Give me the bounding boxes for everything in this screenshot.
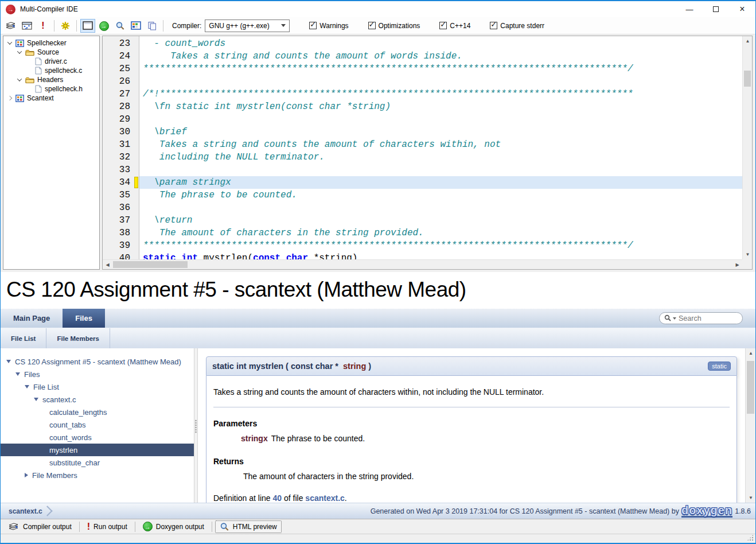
code-editor[interactable]: 23 - count_words24 Takes a string and co…: [102, 36, 753, 270]
search-filter-chevron-icon[interactable]: [673, 317, 676, 320]
tab-file-members[interactable]: File Members: [46, 328, 110, 348]
checkbox-optimizations[interactable]: ✓Optimizations: [368, 22, 420, 30]
definition-file-link[interactable]: scantext.c: [305, 494, 344, 503]
tree-collapse-icon[interactable]: [25, 385, 29, 388]
tree-collapse-icon[interactable]: [17, 49, 22, 53]
checkbox-warnings[interactable]: ✓Warnings: [309, 22, 348, 30]
preview-vertical-scrollbar[interactable]: ▲ ▼: [745, 348, 755, 503]
checkbox-icon[interactable]: ✓: [439, 22, 447, 29]
tree-item-spellchecker[interactable]: Spellchecker: [3, 38, 99, 48]
code-line[interactable]: 38 The amount of characters in the strin…: [103, 227, 742, 239]
definition-line-link[interactable]: 40: [273, 494, 282, 503]
preview-vscroll-thumb[interactable]: [747, 361, 754, 414]
output-tab-html-preview[interactable]: HTML preview: [215, 520, 282, 533]
maximize-button[interactable]: [703, 1, 729, 17]
code-line[interactable]: 35 The phrase to be counted.: [103, 189, 742, 201]
scroll-right-icon[interactable]: ▶: [732, 260, 742, 270]
resize-grip[interactable]: [747, 534, 754, 541]
navtree-item-label: count_words: [49, 433, 92, 442]
code-line[interactable]: 36: [103, 201, 742, 214]
exclamation-icon: !: [87, 522, 90, 532]
code-line[interactable]: 33: [103, 164, 742, 176]
tab-file-list[interactable]: File List: [1, 328, 46, 348]
gear-icon: [60, 21, 71, 30]
editor-hscroll-thumb[interactable]: [113, 261, 188, 268]
checkbox-c-14[interactable]: ✓C++14: [439, 22, 470, 30]
navtree-item-files[interactable]: Files: [1, 368, 194, 380]
navtree-item-count-words[interactable]: count_words: [1, 431, 194, 444]
tree-expand-icon[interactable]: [7, 96, 12, 100]
editor-vertical-scrollbar[interactable]: ▲ ▼: [742, 36, 752, 259]
tree-collapse-icon[interactable]: [34, 398, 38, 401]
tree-item-source[interactable]: Source: [3, 48, 99, 57]
scroll-up-icon[interactable]: ▲: [743, 36, 753, 46]
scroll-down-icon[interactable]: ▼: [743, 250, 753, 259]
code-line[interactable]: 27/*!***********************************…: [103, 88, 742, 100]
tree-item-scantext[interactable]: Scantext: [3, 94, 99, 103]
output-tab-compiler-output[interactable]: Compiler output: [3, 520, 76, 533]
tab-files[interactable]: Files: [63, 309, 105, 328]
close-button[interactable]: ×: [729, 1, 755, 17]
checkbox-capture-stderr[interactable]: ✓Capture stderr: [490, 22, 544, 30]
tree-collapse-icon[interactable]: [7, 40, 12, 44]
tree-item-spellcheck-c[interactable]: spellcheck.c: [3, 66, 99, 75]
tree-splitter[interactable]: [194, 348, 198, 503]
minimize-button[interactable]: —: [676, 1, 703, 17]
navtree-item-substitute-char[interactable]: substitute_char: [1, 456, 194, 469]
code-line[interactable]: 39**************************************…: [103, 239, 742, 252]
navtree-item-scantext-c[interactable]: scantext.c: [1, 393, 194, 406]
code-text: \brief: [139, 126, 742, 138]
search-button[interactable]: [112, 19, 127, 33]
preview-window-button[interactable]: [80, 19, 95, 33]
output-tab-run-output[interactable]: !Run output: [83, 520, 132, 534]
code-line[interactable]: 23 - count_words: [103, 37, 742, 50]
line-number: 33: [103, 164, 133, 176]
table-button[interactable]: [128, 19, 143, 33]
code-line[interactable]: 24 Takes a string and counts the amount …: [103, 50, 742, 63]
tree-item-headers[interactable]: Headers: [3, 75, 99, 84]
tab-main-page[interactable]: Main Page: [1, 309, 63, 328]
scroll-up-icon[interactable]: ▲: [746, 348, 755, 358]
navtree-item-mystrlen[interactable]: mystrlen: [1, 444, 194, 456]
navtree-item-cs-120-assignment-5-scantext-matthew-mea[interactable]: CS 120 Assignment #5 - scantext (Matthew…: [1, 355, 194, 368]
compiler-select[interactable]: GNU g++ (g++.exe): [205, 20, 290, 32]
tree-expand-icon[interactable]: [25, 473, 28, 477]
code-line[interactable]: 31 Takes a string and counts the amount …: [103, 138, 742, 151]
output-tab-doxygen-output[interactable]: →Doxygen output: [138, 520, 209, 533]
navpath-item[interactable]: scantext.c: [1, 503, 46, 519]
navtree-item-file-list[interactable]: File List: [1, 380, 194, 393]
checkbox-icon[interactable]: ✓: [309, 22, 317, 29]
copy-button[interactable]: [145, 19, 159, 33]
editor-vscroll-thumb[interactable]: [744, 71, 751, 87]
scroll-left-icon[interactable]: ◀: [103, 260, 112, 270]
tree-collapse-icon[interactable]: [17, 76, 22, 81]
search-box[interactable]: [659, 312, 743, 324]
checkbox-icon[interactable]: ✓: [368, 22, 376, 29]
navtree-item-count-tabs[interactable]: count_tabs: [1, 418, 194, 431]
search-input[interactable]: [679, 314, 730, 322]
code-line[interactable]: 29: [103, 113, 742, 126]
tree-collapse-icon[interactable]: [6, 360, 11, 363]
books-button[interactable]: [3, 19, 18, 33]
tree-item-driver-c[interactable]: driver.c: [3, 57, 99, 66]
tree-item-spellcheck-h[interactable]: spellcheck.h: [3, 84, 99, 94]
code-line[interactable]: 26: [103, 75, 742, 88]
editor-horizontal-scrollbar[interactable]: ◀ ▶: [103, 259, 742, 269]
code-line[interactable]: 37 \return: [103, 214, 742, 227]
checkbox-icon[interactable]: ✓: [490, 22, 497, 29]
exclamation-button[interactable]: !: [36, 19, 50, 33]
gear-button[interactable]: [58, 19, 73, 33]
code-line[interactable]: 34 \param stringx: [103, 176, 742, 189]
scroll-down-icon[interactable]: ▼: [746, 493, 755, 503]
build-button[interactable]: [20, 19, 34, 33]
navtree-item-file-members[interactable]: File Members: [1, 469, 194, 481]
code-line[interactable]: 25**************************************…: [103, 63, 742, 75]
code-line[interactable]: 30 \brief: [103, 126, 742, 138]
code-line[interactable]: 28 \fn static int mystrlen(const char *s…: [103, 100, 742, 113]
tree-collapse-icon[interactable]: [15, 372, 20, 376]
run-button[interactable]: →: [96, 19, 111, 33]
code-line[interactable]: 32 including the NULL terminator.: [103, 151, 742, 164]
navtree-item-label: CS 120 Assignment #5 - scantext (Matthew…: [15, 358, 181, 366]
doxygen-logo[interactable]: doxygen: [681, 504, 732, 518]
navtree-item-calculate-lengths[interactable]: calculate_lengths: [1, 406, 194, 418]
